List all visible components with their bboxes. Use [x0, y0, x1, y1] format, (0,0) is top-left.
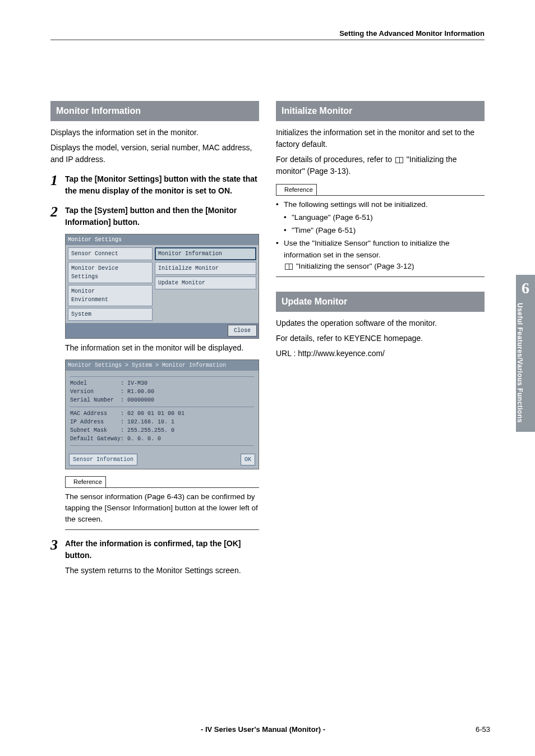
step-number: 1	[50, 173, 65, 197]
init-sub-language: "Language" (Page 6-51)	[284, 212, 485, 223]
ss2-sensor-information-button[interactable]: Sensor Information	[69, 454, 137, 465]
screenshot-monitor-information: Monitor Settings > System > Monitor Info…	[65, 359, 259, 469]
init-sub-time: "Time" (Page 6-51)	[284, 225, 485, 236]
reference-label: Reference	[65, 476, 106, 488]
ss2-value-version: R1.00.00	[127, 388, 254, 396]
chapter-number: 6	[516, 279, 535, 297]
ss1-btn-sensor-connect[interactable]: Sensor Connect	[68, 247, 153, 260]
ss1-btn-monitor-environment[interactable]: Monitor Environment	[68, 285, 153, 306]
ss2-ok-button[interactable]: OK	[241, 454, 255, 465]
ss2-value-gateway: 0. 0. 0. 0	[127, 435, 254, 443]
init-b2-ref: "Initializing the sensor" (Page 3-12)	[296, 262, 414, 270]
section-title-initialize-monitor: Initialize Monitor	[276, 101, 485, 121]
section-title-update-monitor: Update Monitor	[276, 292, 485, 312]
chapter-side-tab: 6 Useful Features/Various Functions	[516, 275, 535, 432]
update-p1: Updates the operation software of the mo…	[276, 317, 485, 329]
ss1-btn-system[interactable]: System	[68, 308, 153, 321]
page-footer: - IV Series User's Manual (Monitor) - 6-…	[50, 725, 490, 734]
step-2-after: The information set in the monitor will …	[65, 342, 259, 354]
ss2-label-serial: Serial Number	[70, 396, 121, 404]
ss1-btn-monitor-device-settings[interactable]: Monitor Device Settings	[68, 262, 153, 283]
step-3-after: The system returns to the Monitor Settin…	[65, 565, 259, 577]
init-bullet-2: Use the "Initialize Sensor" function to …	[276, 238, 485, 272]
init-b1-text: The following settings will not be initi…	[284, 200, 428, 209]
step-1: 1 Tap the [Monitor Settings] button with…	[50, 173, 259, 197]
intro-line-2: Displays the model, version, serial numb…	[50, 142, 259, 165]
ss2-value-ip: 192.168. 10. 1	[127, 418, 254, 426]
step-3-text: After the information is confirmed, tap …	[65, 539, 241, 560]
ss2-label-ip: IP Address	[70, 418, 121, 426]
ss2-value-serial: 00000000	[127, 396, 254, 404]
reference-content-init: The following settings will not be initi…	[276, 199, 485, 273]
ss2-value-subnet: 255.255.255. 0	[127, 426, 254, 435]
ss2-label-gateway: Default Gateway	[70, 435, 121, 443]
right-column: Initialize Monitor Initializes the infor…	[276, 101, 485, 580]
init-b2-text: Use the "Initialize Sensor" function to …	[284, 239, 450, 259]
ss2-value-mac: 02 00 01 01 00 01	[127, 409, 254, 418]
ss2-label-mac: MAC Address	[70, 409, 121, 418]
ss1-btn-monitor-information[interactable]: Monitor Information	[155, 247, 256, 260]
init-p2a: For details of procedures, refer to	[276, 155, 394, 164]
step-2: 2 Tap the [System] button and then the […	[50, 205, 259, 228]
ss1-btn-update-monitor[interactable]: Update Monitor	[155, 276, 256, 289]
ss2-label-model: Model	[70, 379, 121, 388]
update-p3: URL : http://www.keyence.com/	[276, 348, 485, 359]
ss1-btn-initialize-monitor[interactable]: Initialize Monitor	[155, 262, 256, 275]
step-1-text: Tap the [Monitor Settings] button with t…	[65, 174, 257, 195]
ss2-value-model: IV-M30	[127, 379, 254, 388]
book-icon	[395, 157, 403, 163]
left-column: Monitor Information Displays the informa…	[50, 101, 259, 580]
book-icon	[285, 264, 293, 270]
update-p2: For details, refer to KEYENCE homepage.	[276, 333, 485, 344]
step-3: 3 After the information is confirmed, ta…	[50, 538, 259, 580]
chapter-title: Useful Features/Various Functions	[516, 303, 524, 423]
init-p1: Initializes the information set in the m…	[276, 127, 485, 150]
ss2-breadcrumb: Monitor Settings > System > Monitor Info…	[66, 360, 259, 371]
init-bullet-1: The following settings will not be initi…	[276, 199, 485, 237]
intro-line-1: Displays the information set in the moni…	[50, 127, 259, 139]
screenshot-monitor-settings: Monitor Settings Sensor Connect Monitor …	[65, 234, 259, 339]
step-number: 3	[50, 538, 65, 580]
ss1-title: Monitor Settings	[66, 234, 259, 245]
step-2-text: Tap the [System] button and then the [Mo…	[65, 206, 237, 227]
ss2-label-version: Version	[70, 388, 121, 396]
section-title-monitor-information: Monitor Information	[50, 101, 259, 121]
header-rule	[50, 39, 485, 40]
ss2-label-subnet: Subnet Mask	[70, 426, 121, 435]
reference-label: Reference	[276, 184, 317, 196]
init-p2: For details of procedures, refer to "Ini…	[276, 154, 485, 177]
page-number: 6-53	[476, 725, 490, 734]
ss1-close-button[interactable]: Close	[228, 325, 257, 336]
running-header: Setting the Advanced Monitor Information	[339, 29, 485, 38]
step-number: 2	[50, 205, 65, 228]
content-columns: Monitor Information Displays the informa…	[50, 101, 485, 580]
footer-manual-title: - IV Series User's Manual (Monitor) -	[50, 725, 476, 734]
reference-text: The sensor information (Page 6-43) can b…	[65, 491, 259, 525]
